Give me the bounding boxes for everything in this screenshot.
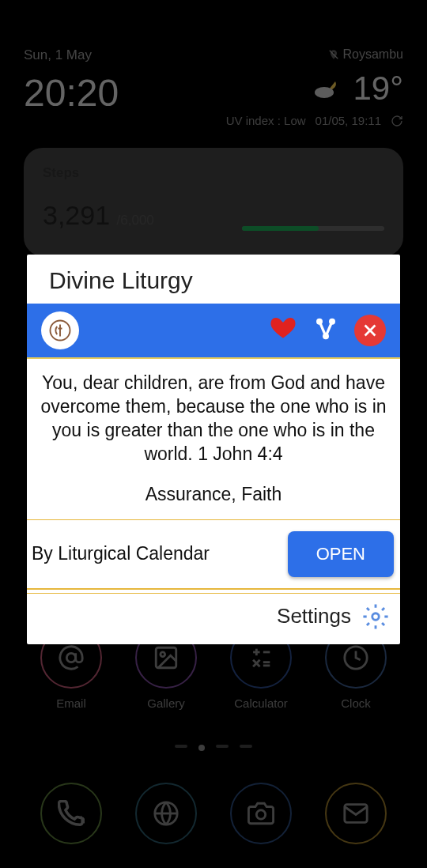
app-logo [41,311,79,349]
theme-text: Assurance, Faith [38,484,389,505]
svg-point-23 [372,613,380,620]
popup-toolbar [27,304,400,359]
open-button[interactable]: OPEN [288,531,394,577]
verse-text: You, dear children, are from God and hav… [38,372,389,466]
settings-button[interactable]: Settings [27,594,400,644]
by-text: By Liturgical Calendar [32,543,210,564]
popup-title: Divine Liturgy [27,255,400,304]
share-button[interactable] [313,316,338,345]
close-button[interactable] [354,315,386,346]
favorite-button[interactable] [269,313,297,348]
gear-icon [362,603,389,630]
liturgy-popup: Divine Liturgy You, dear children, are f… [27,255,400,644]
